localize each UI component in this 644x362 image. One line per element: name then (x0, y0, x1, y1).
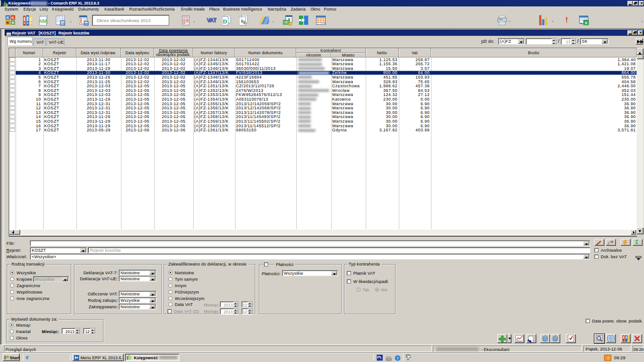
svg-text:X: X (585, 21, 587, 25)
svg-text:K: K (12, 16, 14, 20)
svg-text:D: D (223, 18, 227, 25)
svg-text:K: K (6, 21, 9, 25)
svg-text:vat: vat (7, 34, 11, 36)
svg-text:?: ? (397, 356, 399, 361)
svg-text:X: X (12, 21, 14, 25)
svg-text:z: z (243, 19, 246, 25)
svg-text:K: K (6, 16, 9, 20)
svg-text:NM: NM (39, 18, 47, 24)
